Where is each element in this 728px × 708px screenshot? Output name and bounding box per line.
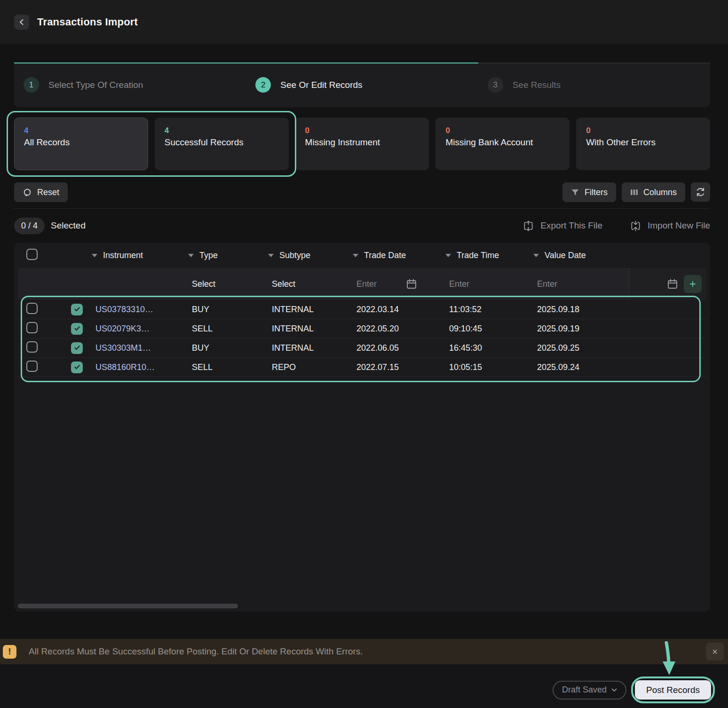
column-menu-icon[interactable] xyxy=(445,254,451,257)
horizontal-scrollbar[interactable] xyxy=(18,604,238,608)
footer-bar: Draft Saved Post Records xyxy=(0,664,728,708)
calendar-icon[interactable] xyxy=(406,278,417,290)
column-menu-icon[interactable] xyxy=(92,254,97,257)
chevron-left-icon xyxy=(19,19,24,25)
value-date-filter-input[interactable]: Enter xyxy=(537,279,629,289)
column-menu-icon[interactable] xyxy=(533,254,539,257)
row-checkbox-checked[interactable] xyxy=(71,304,83,315)
table-row: US02079K3… SELL INTERNAL 2022.05.20 09:1… xyxy=(18,319,706,338)
draft-saved-label: Draft Saved xyxy=(562,685,607,695)
subtype-filter-select[interactable]: Select xyxy=(272,279,356,289)
row-checkbox-checked[interactable] xyxy=(71,342,83,354)
chevron-down-icon xyxy=(611,688,617,692)
trade-time-cell: 16:45:30 xyxy=(449,343,537,353)
instrument-link[interactable]: US30303M1… xyxy=(95,343,151,353)
row-checkbox-checked[interactable] xyxy=(71,362,83,373)
top-bar: Transactions Import xyxy=(0,0,728,44)
table-row: US03783310… BUY INTERNAL 2022.03.14 11:0… xyxy=(18,300,706,319)
page-title: Transactions Import xyxy=(37,16,138,28)
type-cell: BUY xyxy=(192,305,272,315)
type-cell: SELL xyxy=(192,362,272,372)
check-icon xyxy=(74,307,80,312)
column-header-trade-date[interactable]: Trade Date xyxy=(353,251,445,260)
post-records-button[interactable]: Post Records xyxy=(635,680,711,700)
column-header-instrument[interactable]: Instrument xyxy=(92,251,188,260)
card-label: All Records xyxy=(24,137,138,148)
column-header-value-date[interactable]: Value Date xyxy=(533,251,625,260)
columns-button[interactable]: Columns xyxy=(622,182,685,202)
check-icon xyxy=(74,345,80,351)
trade-date-cell: 2022.03.14 xyxy=(356,305,449,315)
column-label: Trade Date xyxy=(364,251,406,260)
subtype-cell: REPO xyxy=(272,362,356,372)
refresh-icon xyxy=(696,187,705,197)
column-header-type[interactable]: Type xyxy=(188,251,268,260)
card-label: Successful Records xyxy=(165,137,279,148)
column-menu-icon[interactable] xyxy=(268,254,274,257)
instrument-link[interactable]: US02079K3… xyxy=(95,324,150,333)
row-checkbox-checked[interactable] xyxy=(71,323,83,335)
step-label: See Or Edit Records xyxy=(280,80,362,90)
step-see-or-edit-records[interactable]: 2 See Or Edit Records xyxy=(246,63,478,107)
row-checkbox[interactable] xyxy=(26,341,38,353)
selected-label: Selected xyxy=(51,220,86,231)
trade-date-cell: 2022.05.20 xyxy=(356,324,449,334)
calendar-icon[interactable] xyxy=(667,278,678,290)
columns-icon xyxy=(630,189,638,196)
add-record-button[interactable]: + xyxy=(684,275,702,293)
filters-label: Filters xyxy=(585,188,608,197)
import-new-file-button[interactable]: Import New File xyxy=(630,220,710,232)
reset-icon xyxy=(23,188,32,197)
summary-cards: 4 All Records 4 Successful Records 0 Mis… xyxy=(14,118,710,170)
warning-message: All Records Must Be Successful Before Po… xyxy=(29,646,363,657)
instrument-link[interactable]: US03783310… xyxy=(95,305,153,314)
refresh-button[interactable] xyxy=(691,182,710,202)
column-menu-icon[interactable] xyxy=(353,254,358,257)
columns-label: Columns xyxy=(643,188,677,197)
column-menu-icon[interactable] xyxy=(188,254,194,257)
value-date-cell: 2025.09.18 xyxy=(537,305,629,315)
import-file-icon xyxy=(630,220,641,232)
card-count: 4 xyxy=(165,126,279,135)
step-number: 2 xyxy=(255,77,271,93)
reset-button[interactable]: Reset xyxy=(14,182,68,202)
row-checkbox[interactable] xyxy=(26,303,38,314)
trade-date-filter-input[interactable]: Enter xyxy=(356,279,377,289)
card-with-other-errors[interactable]: 0 With Other Errors xyxy=(576,118,710,170)
stepper-progress-line xyxy=(14,63,710,63)
type-cell: BUY xyxy=(192,343,272,353)
value-date-cell: 2025.09.24 xyxy=(537,362,629,372)
stepper: 1 Select Type Of Creation 2 See Or Edit … xyxy=(14,63,710,107)
step-see-results[interactable]: 3 See Results xyxy=(478,63,710,107)
step-select-type-of-creation[interactable]: 1 Select Type Of Creation xyxy=(14,63,246,107)
card-successful-records[interactable]: 4 Successful Records xyxy=(155,118,289,170)
row-checkbox[interactable] xyxy=(26,361,38,372)
back-button[interactable] xyxy=(14,15,29,30)
table-row: US30303M1… BUY INTERNAL 2022.06.05 16:45… xyxy=(18,338,706,358)
instrument-link[interactable]: US88160R10… xyxy=(95,362,155,372)
export-this-file-button[interactable]: Export This File xyxy=(522,220,602,232)
check-icon xyxy=(74,326,80,331)
draft-saved-button[interactable]: Draft Saved xyxy=(553,681,626,700)
card-missing-bank-account[interactable]: 0 Missing Bank Account xyxy=(435,118,570,170)
column-header-subtype[interactable]: Subtype xyxy=(268,251,353,260)
select-all-checkbox[interactable] xyxy=(26,249,38,260)
subtype-cell: INTERNAL xyxy=(272,343,356,353)
warning-icon: ! xyxy=(3,645,16,659)
card-count: 0 xyxy=(445,126,560,135)
card-all-records[interactable]: 4 All Records xyxy=(14,118,148,170)
trade-time-filter-input[interactable]: Enter xyxy=(449,279,537,289)
step-number: 3 xyxy=(488,77,503,93)
step-number: 1 xyxy=(24,77,39,93)
warning-banner: ! All Records Must Be Successful Before … xyxy=(0,639,728,664)
subtype-cell: INTERNAL xyxy=(272,305,356,315)
type-cell: SELL xyxy=(192,324,272,334)
banner-close-button[interactable]: × xyxy=(706,643,724,661)
row-checkbox[interactable] xyxy=(26,322,38,333)
filters-button[interactable]: Filters xyxy=(562,182,616,202)
column-header-trade-time[interactable]: Trade Time xyxy=(445,251,533,260)
column-label: Value Date xyxy=(545,251,586,260)
card-missing-instrument[interactable]: 0 Missing Instrument xyxy=(295,118,429,170)
type-filter-select[interactable]: Select xyxy=(192,279,272,289)
column-label: Trade Time xyxy=(457,251,499,260)
